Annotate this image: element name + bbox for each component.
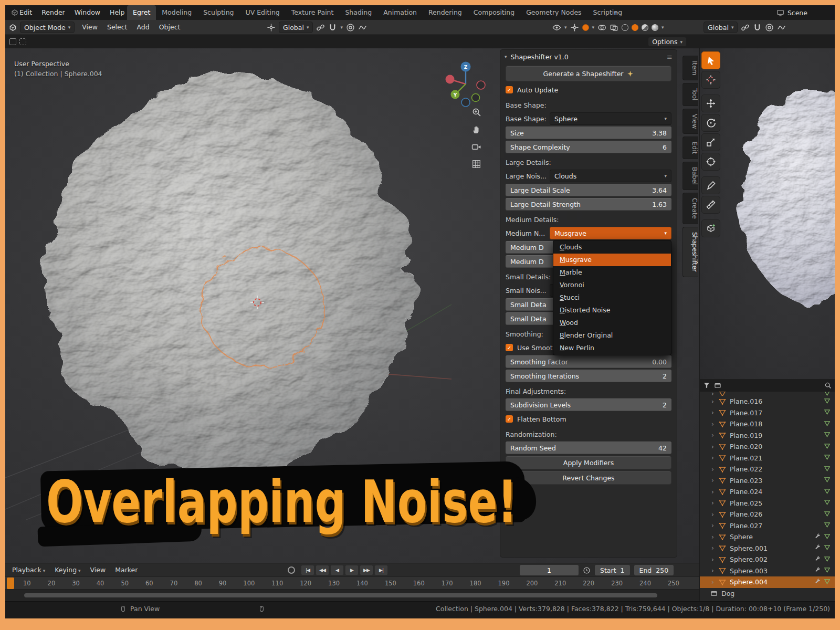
shading-wireframe-icon[interactable]: [622, 24, 628, 31]
expand-icon[interactable]: ›: [711, 432, 719, 439]
base-shape-select[interactable]: Sphere ▾: [550, 112, 671, 125]
chevron-down-icon[interactable]: ▾: [564, 25, 567, 30]
playhead[interactable]: [7, 578, 14, 589]
editor-type-icon[interactable]: [8, 23, 17, 32]
shading-solid-icon[interactable]: [632, 24, 638, 31]
modifier-wrench-icon[interactable]: [814, 533, 821, 541]
expand-icon[interactable]: ›: [711, 579, 719, 586]
chevron-down-icon[interactable]: ▾: [340, 25, 343, 30]
mesh-data-icon[interactable]: [824, 566, 831, 575]
expand-icon[interactable]: ›: [711, 477, 719, 484]
chevron-down-icon[interactable]: ▾: [662, 25, 664, 30]
search-icon[interactable]: [824, 382, 832, 389]
object-name[interactable]: Plane.021: [730, 454, 814, 462]
modifier-wrench-icon[interactable]: [814, 555, 821, 564]
object-name[interactable]: Plane.020: [730, 443, 814, 450]
object-name[interactable]: Dog: [721, 590, 835, 597]
smoothing-iterations-slider[interactable]: Smoothing Iterations 2: [506, 370, 671, 382]
large-noise-select[interactable]: Clouds ▾: [550, 170, 671, 182]
expand-icon[interactable]: ›: [711, 499, 719, 507]
topbar-menu[interactable]: Edit: [15, 5, 37, 20]
menu-option[interactable]: Musgrave: [553, 254, 671, 266]
timeline-scrollbar[interactable]: [24, 593, 657, 597]
add-workspace-button[interactable]: +: [608, 9, 624, 17]
timeline-ruler[interactable]: 1020304050607080901001101201301401501601…: [5, 577, 699, 590]
proportional-editing-icon[interactable]: [346, 23, 355, 32]
orientation-selector[interactable]: Global ▾: [279, 22, 313, 33]
menu-option[interactable]: Blender Original: [553, 329, 671, 342]
display-mode-icon[interactable]: [714, 382, 721, 389]
outliner-row[interactable]: › Plane.016: [700, 396, 835, 407]
visibility-eye-icon[interactable]: [552, 23, 561, 32]
object-name[interactable]: Plane.024: [730, 488, 814, 496]
timeline-menu[interactable]: Keying: [50, 563, 85, 578]
modifier-wrench-icon[interactable]: [814, 566, 821, 575]
expand-icon[interactable]: ›: [711, 398, 719, 405]
menu-option[interactable]: Voronoi: [553, 279, 671, 291]
workspace-tab[interactable]: Texture Paint: [286, 5, 340, 20]
object-name[interactable]: Plane.019: [730, 432, 814, 439]
expand-icon[interactable]: ›: [711, 421, 719, 428]
outliner-row[interactable]: › Plane.025: [700, 498, 835, 509]
scene-selector[interactable]: Scene: [776, 9, 807, 17]
mode-selector[interactable]: Object Mode ▾: [20, 22, 75, 33]
object-name[interactable]: Sphere.004: [730, 578, 814, 586]
frame-end-field[interactable]: End 250: [634, 565, 674, 575]
navigation-gizmo[interactable]: Z Y: [442, 58, 489, 108]
panel-header[interactable]: ▾ Shapeshifter v1.0 ≡: [500, 50, 677, 64]
menu-option[interactable]: Clouds: [553, 241, 671, 254]
orientation-selector-right[interactable]: Global ▾: [704, 22, 738, 33]
object-name[interactable]: Sphere: [730, 533, 814, 541]
timeline-track[interactable]: [5, 590, 699, 601]
expand-icon[interactable]: ›: [711, 409, 719, 416]
move-tool[interactable]: [701, 94, 720, 112]
sidebar-tab[interactable]: View: [682, 109, 698, 134]
menu-option[interactable]: New Perlin: [553, 342, 671, 354]
expand-icon[interactable]: ›: [711, 488, 719, 496]
mesh-data-icon[interactable]: [824, 521, 831, 530]
rotate-tool[interactable]: [701, 114, 720, 132]
transport-button[interactable]: ◀: [330, 565, 344, 575]
workspace-tab[interactable]: Egret: [127, 5, 156, 20]
filter-icon[interactable]: [703, 382, 710, 389]
menu-option[interactable]: Distorted Noise: [553, 304, 671, 317]
toggle-xray-icon[interactable]: [610, 23, 618, 32]
timeline-menu[interactable]: Playback: [7, 563, 50, 578]
outliner-row[interactable]: › Sphere.001: [700, 543, 835, 554]
menu-option[interactable]: Wood: [553, 317, 671, 329]
expand-icon[interactable]: ›: [711, 522, 719, 529]
topbar-menu[interactable]: Window: [70, 5, 105, 20]
transport-button[interactable]: |◀: [301, 565, 314, 575]
mesh-data-icon[interactable]: [824, 431, 831, 439]
transform-pivot-icon[interactable]: [267, 23, 276, 32]
expand-icon[interactable]: ›: [711, 511, 719, 518]
object-name[interactable]: Sphere.002: [730, 555, 814, 563]
snap-magnet-icon[interactable]: [328, 23, 337, 32]
modifier-wrench-icon[interactable]: [814, 544, 821, 552]
menu-option[interactable]: Marble: [553, 266, 671, 279]
workspace-tab[interactable]: Animation: [377, 5, 423, 20]
mesh-data-icon[interactable]: [824, 392, 831, 396]
collapse-icon[interactable]: ▾: [505, 54, 507, 59]
show-overlays-icon[interactable]: [597, 23, 606, 32]
shading-rendered-icon[interactable]: [652, 24, 658, 31]
expand-icon[interactable]: ›: [711, 454, 719, 461]
mesh-data-icon[interactable]: [824, 499, 831, 507]
outliner-row[interactable]: ›: [700, 392, 835, 396]
frame-start-field[interactable]: Start 1: [595, 565, 630, 575]
zoom-icon[interactable]: [471, 107, 481, 117]
mesh-data-icon[interactable]: [824, 454, 831, 462]
annotate-tool[interactable]: [701, 176, 720, 194]
workspace-tab[interactable]: Compositing: [468, 5, 520, 20]
outliner-row[interactable]: › Sphere.003: [700, 565, 835, 577]
outliner-row[interactable]: › Plane.020: [700, 441, 835, 453]
chevron-down-icon[interactable]: ▾: [592, 25, 595, 30]
outliner-row[interactable]: › Sphere.004: [700, 576, 835, 588]
checkbox-checked-icon[interactable]: ✓: [506, 344, 513, 351]
large-detail-strength-slider[interactable]: Large Detail Strength 1.63: [506, 198, 671, 211]
mesh-data-icon[interactable]: [824, 510, 831, 519]
outliner-row[interactable]: › Sphere: [700, 531, 835, 543]
outliner-row[interactable]: › Plane.022: [700, 464, 835, 475]
timeline-menu[interactable]: Marker: [110, 563, 142, 577]
expand-icon[interactable]: ›: [711, 533, 719, 541]
